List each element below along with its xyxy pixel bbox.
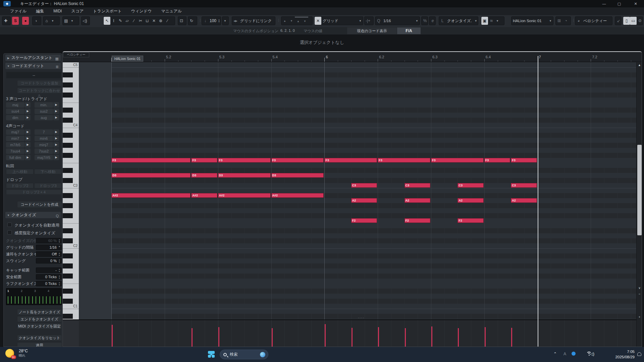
split-tool[interactable]: ✂ — [137, 17, 144, 25]
setup-toolbar-button[interactable]: ✚ — [2, 16, 11, 25]
midi-note-F3[interactable]: F3 — [484, 158, 510, 163]
drop-1[interactable]: ドロップ3 — [34, 183, 62, 188]
project-cursor[interactable] — [538, 56, 538, 347]
triad-sus4[interactable]: sus4 — [6, 109, 24, 114]
sensitive-checkbox[interactable] — [7, 230, 12, 235]
velocity-bar[interactable] — [458, 328, 459, 347]
length-quantize-value[interactable]: クオンタイズ. — [446, 18, 473, 23]
left-zone-button[interactable]: ▯ — [623, 17, 630, 25]
black-key[interactable] — [63, 168, 73, 173]
range-tool[interactable]: I — [110, 17, 117, 25]
timeline-ruler[interactable]: HALion Sonic 01 5.25.35.466.26.36.477.2 — [63, 52, 642, 62]
nudge-button-0[interactable]: ▲ — [281, 17, 288, 25]
inversion-0[interactable]: 上へ移動 — [6, 169, 34, 174]
quantize-button2-0[interactable]: クオンタイズをリセット — [17, 335, 62, 341]
midi-note-F3[interactable]: F3 — [111, 158, 191, 163]
chevron-down-icon[interactable]: ▼ — [414, 19, 420, 22]
chevron-down-icon[interactable]: ▼ — [69, 19, 75, 22]
auto-apply-checkbox[interactable] — [7, 223, 12, 227]
midi-plug-icon[interactable]: ◔ — [562, 17, 569, 25]
velocity-bar[interactable] — [485, 327, 486, 347]
chevron-down-icon[interactable]: ▼ — [473, 19, 478, 22]
triad-aug-arrow[interactable]: ▶ — [53, 115, 59, 120]
black-key[interactable] — [63, 118, 73, 123]
midi-note-A2[interactable]: A2 — [405, 198, 430, 203]
velocity-dropdown[interactable]: ▼ — [222, 16, 229, 25]
midi-note-F3[interactable]: F3 — [271, 158, 324, 163]
menu-2[interactable]: MIDI — [53, 7, 62, 15]
acoustic-feedback-button[interactable]: ◑ — [32, 16, 41, 25]
midi-note-F3[interactable]: F3 — [191, 158, 217, 163]
black-key[interactable] — [63, 203, 73, 208]
velocity-stepper[interactable]: ▲▼ — [217, 19, 221, 23]
menu-4[interactable]: トランスポート — [93, 7, 122, 15]
black-key[interactable] — [63, 213, 73, 218]
minimize-button[interactable]: — — [599, 0, 609, 7]
field-stepper-4[interactable]: ▲ ▼ — [57, 268, 61, 273]
black-key[interactable] — [63, 72, 73, 77]
search-box[interactable]: 検索 — [220, 350, 268, 359]
field-dropdown-1[interactable]: ▼ — [57, 245, 61, 248]
black-key[interactable] — [63, 263, 73, 268]
triad-sus4-arrow[interactable]: ▶ — [25, 109, 31, 114]
midi-note-F3[interactable]: F3 — [431, 158, 484, 163]
black-key[interactable] — [63, 238, 73, 243]
chevron-down-icon[interactable]: ▼ — [548, 19, 553, 22]
section-quantize[interactable]: ▼クオンタイズQ — [5, 212, 61, 218]
midi-note-D3[interactable]: D3 — [218, 173, 271, 178]
midi-note-C3[interactable]: C3 — [405, 183, 430, 188]
midi-note-C3[interactable]: C3 — [511, 183, 537, 188]
black-key[interactable] — [63, 143, 73, 148]
black-key[interactable] — [63, 108, 73, 113]
midi-note-A2[interactable]: A2 — [351, 198, 377, 203]
black-key[interactable] — [63, 193, 73, 198]
midi-note-C3[interactable]: C3 — [458, 183, 483, 188]
velocity-lane-tab[interactable]: ベロシティー — [63, 52, 89, 57]
close-button[interactable]: ✕ — [631, 0, 641, 7]
draw-tool[interactable]: ✎ — [117, 17, 124, 25]
inversion-1[interactable]: 下へ移動 — [34, 169, 62, 174]
triad-sus2[interactable]: sus2 — [35, 109, 53, 114]
erase-tool[interactable]: ▱ — [124, 17, 130, 25]
event-colors-value[interactable]: ベロシティー — [582, 18, 608, 23]
field-stepper-5[interactable]: ▲ ▼ — [57, 275, 61, 280]
insert-velocity-value[interactable]: 100 — [209, 18, 217, 23]
field-stepper-3[interactable]: ▲ ▼ — [57, 259, 61, 263]
tray-expand-icon[interactable]: ⌃ — [553, 352, 557, 356]
triad-dim[interactable]: dim — [6, 115, 24, 120]
chord4-minj7[interactable]: minj7 — [35, 142, 53, 147]
chord4-min6[interactable]: min6 — [35, 136, 53, 141]
velocity-bar[interactable] — [325, 324, 326, 347]
lower-zone-button[interactable]: ▭ — [630, 17, 637, 25]
insert-velocity-group[interactable]: ↓ 100 ▲▼ — [202, 16, 221, 25]
section-scale-assistant[interactable]: ▶スケールアシスタント▦ — [5, 55, 61, 61]
piano-keyboard[interactable]: C5C4C3C2C1 — [63, 62, 79, 319]
chord4-m7/b5[interactable]: m7/b5 — [6, 142, 24, 147]
event-colors-group[interactable]: ◕ ベロシティー — [575, 16, 612, 25]
black-key[interactable] — [63, 93, 73, 98]
setup-gear-icon[interactable]: ⚙ — [637, 17, 643, 25]
open-in-window-button[interactable]: ↙ — [615, 16, 622, 25]
quantize-button-2[interactable]: MIDI クオンタイズを固定 — [17, 323, 62, 329]
nudge-button-1[interactable]: ▼ — [288, 17, 295, 25]
black-key[interactable] — [63, 228, 73, 233]
black-key[interactable] — [63, 82, 73, 87]
midi-note-F3[interactable]: F3 — [324, 158, 377, 163]
midi-note-F3[interactable]: F3 — [511, 158, 537, 163]
line-tool[interactable]: ∕ — [164, 17, 171, 25]
chord4-full dim[interactable]: full dim — [6, 155, 24, 160]
auto-scroll-button[interactable]: ⊡ — [178, 16, 186, 25]
midi-note-A#2[interactable]: A#2 — [191, 193, 217, 198]
chord4-min7[interactable]: min7 — [6, 136, 24, 141]
chord4-maj7-arrow[interactable]: ▶ — [25, 129, 31, 135]
chord4-min6-arrow[interactable]: ▶ — [53, 136, 59, 141]
quantize-preset-value[interactable]: 1/16 — [382, 19, 392, 23]
speaker-button[interactable]: ◁) — [81, 16, 90, 25]
midi-note-D3[interactable]: D3 — [111, 173, 191, 178]
chord4-maj7[interactable]: maj7 — [6, 129, 24, 135]
black-key[interactable] — [63, 274, 73, 279]
part-name-tab[interactable]: HALion Sonic 01 — [112, 56, 143, 62]
part-selector-value[interactable]: HALion Sonic 01 — [512, 19, 543, 23]
field-stepper-0[interactable]: ▲ ▼ — [57, 239, 61, 243]
quantize-button-0[interactable]: ノート長をクオンタイズ — [17, 309, 62, 315]
